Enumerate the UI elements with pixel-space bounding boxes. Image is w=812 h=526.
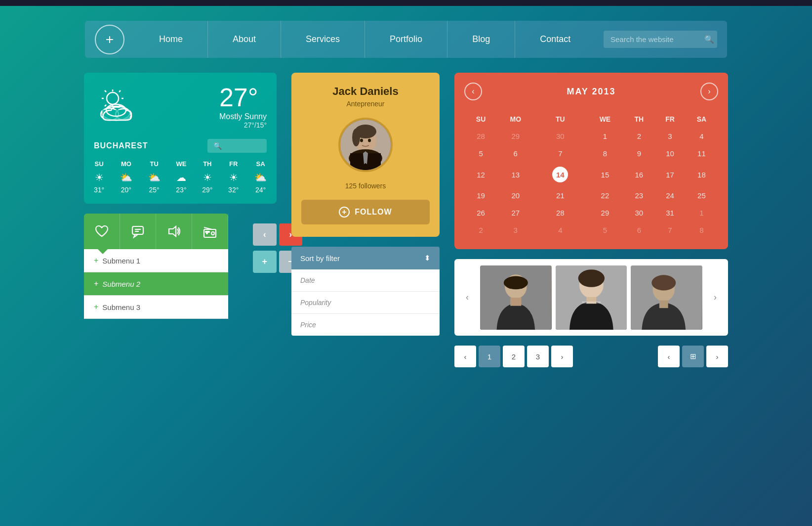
- profile-followers: 125 followers: [301, 182, 430, 190]
- cal-day[interactable]: 22: [587, 187, 623, 204]
- follow-button[interactable]: + FOLLOW: [301, 200, 430, 224]
- nav-home[interactable]: Home: [134, 21, 207, 58]
- view-grid-btn[interactable]: ⊞: [682, 346, 704, 367]
- cal-day[interactable]: 2: [465, 222, 496, 238]
- cal-day[interactable]: 18: [686, 163, 717, 186]
- slider-prev-btn[interactable]: ‹: [459, 290, 475, 306]
- cal-day[interactable]: 10: [655, 145, 685, 162]
- submenu-item-2[interactable]: + Submenu 2: [84, 272, 228, 296]
- nav-blog[interactable]: Blog: [447, 21, 515, 58]
- cal-day[interactable]: 27: [497, 205, 533, 221]
- cal-day[interactable]: 30: [624, 205, 654, 221]
- sort-option-date[interactable]: Date: [291, 269, 440, 292]
- cal-header-fr: FR: [655, 111, 685, 127]
- slider-next-btn[interactable]: ›: [707, 290, 723, 306]
- nav-logo[interactable]: +: [95, 25, 124, 54]
- cal-day[interactable]: 13: [497, 163, 533, 186]
- cal-day[interactable]: 4: [686, 128, 717, 144]
- cal-day[interactable]: 31: [655, 205, 685, 221]
- page-prev-btn[interactable]: ‹: [454, 346, 476, 367]
- cal-day[interactable]: 5: [465, 145, 496, 162]
- cal-day[interactable]: 5: [587, 222, 623, 238]
- cal-day[interactable]: 20: [497, 187, 533, 204]
- menu-widget: + Submenu 1 + Submenu 2 + Submenu 3: [84, 214, 228, 319]
- view-next-btn[interactable]: ›: [706, 346, 728, 367]
- nav-services[interactable]: Services: [281, 21, 365, 58]
- cal-day[interactable]: 9: [624, 145, 654, 162]
- cal-day[interactable]: 3: [497, 222, 533, 238]
- cal-day[interactable]: 3: [655, 128, 685, 144]
- cal-day[interactable]: 11: [686, 145, 717, 162]
- cal-day[interactable]: 12: [465, 163, 496, 186]
- cal-day[interactable]: 26: [465, 205, 496, 221]
- menu-chat-btn[interactable]: [120, 214, 156, 249]
- submenu-plus-1: +: [94, 256, 98, 265]
- menu-heart-btn[interactable]: [84, 214, 120, 249]
- cal-day[interactable]: 7: [655, 222, 685, 238]
- svg-point-37: [504, 276, 528, 289]
- cal-day[interactable]: 15: [587, 163, 623, 186]
- cal-day[interactable]: 29: [587, 205, 623, 221]
- sort-arrow-icon: ⬍: [424, 254, 431, 263]
- cal-day[interactable]: 25: [686, 187, 717, 204]
- nav-portfolio[interactable]: Portfolio: [365, 21, 447, 58]
- page-btn-3[interactable]: 3: [527, 346, 549, 367]
- cal-day[interactable]: 1: [686, 205, 717, 221]
- cal-day[interactable]: 2: [624, 128, 654, 144]
- svg-point-21: [206, 233, 207, 234]
- svg-line-5: [105, 90, 106, 92]
- cal-day[interactable]: 23: [624, 187, 654, 204]
- cal-header-mo: MO: [497, 111, 533, 127]
- view-prev-btn[interactable]: ‹: [658, 346, 680, 367]
- profile-name: Jack Daniels: [301, 85, 430, 98]
- cal-header-su: SU: [465, 111, 496, 127]
- cal-day[interactable]: 17: [655, 163, 685, 186]
- cal-day[interactable]: 1: [587, 128, 623, 144]
- nav-about[interactable]: About: [207, 21, 281, 58]
- cal-day[interactable]: 28: [534, 205, 586, 221]
- calendar-prev-btn[interactable]: ‹: [464, 83, 482, 100]
- cal-day[interactable]: 30: [534, 128, 586, 144]
- cal-day[interactable]: 6: [624, 222, 654, 238]
- nav-contact[interactable]: Contact: [515, 21, 595, 58]
- cal-day[interactable]: 7: [534, 145, 586, 162]
- svg-rect-38: [510, 298, 521, 306]
- cal-day[interactable]: 19: [465, 187, 496, 204]
- calendar-next-btn[interactable]: ›: [700, 83, 718, 100]
- cal-day[interactable]: 4: [534, 222, 586, 238]
- page-btn-2[interactable]: 2: [503, 346, 525, 367]
- page-btn-1[interactable]: 1: [479, 346, 500, 367]
- sort-option-popularity[interactable]: Popularity: [291, 292, 440, 314]
- cal-day[interactable]: 16: [624, 163, 654, 186]
- stepper-plus-btn[interactable]: +: [253, 251, 277, 273]
- weather-day-sa: SA ⛅ 24°: [254, 160, 267, 194]
- cal-day[interactable]: 14: [534, 163, 586, 186]
- weather-search-box[interactable]: 🔍: [207, 139, 267, 153]
- cal-day[interactable]: 6: [497, 145, 533, 162]
- submenu-item-3[interactable]: + Submenu 3: [84, 296, 228, 319]
- cal-day[interactable]: 24: [655, 187, 685, 204]
- sort-header[interactable]: Sort by filter ⬍: [291, 247, 440, 269]
- cal-day[interactable]: 8: [686, 222, 717, 238]
- menu-radio-btn[interactable]: [192, 214, 228, 249]
- cal-day[interactable]: 8: [587, 145, 623, 162]
- menu-sound-btn[interactable]: [156, 214, 192, 249]
- weather-day-we: WE ☁ 23°: [176, 160, 186, 194]
- search-input[interactable]: [610, 35, 704, 44]
- page-next-btn[interactable]: ›: [551, 346, 573, 367]
- cal-day[interactable]: 29: [497, 128, 533, 144]
- cal-day[interactable]: 28: [465, 128, 496, 144]
- profile-avatar: [338, 118, 393, 172]
- profile-card: Jack Daniels Antepreneur: [291, 73, 440, 237]
- sort-option-price[interactable]: Price: [291, 314, 440, 336]
- weather-details: Mostly Sunny 27°/15°: [219, 112, 267, 129]
- photo-2-svg: [556, 265, 627, 330]
- cal-day[interactable]: 21: [534, 187, 586, 204]
- svg-line-8: [105, 105, 106, 106]
- cal-header-th: TH: [624, 111, 654, 127]
- stepper-prev-btn[interactable]: ‹: [253, 223, 277, 246]
- heart-icon: [95, 224, 109, 238]
- profile-title: Antepreneur: [301, 100, 430, 108]
- svg-rect-43: [582, 301, 601, 303]
- left-bottom-row: + Submenu 1 + Submenu 2 + Submenu 3: [84, 214, 277, 329]
